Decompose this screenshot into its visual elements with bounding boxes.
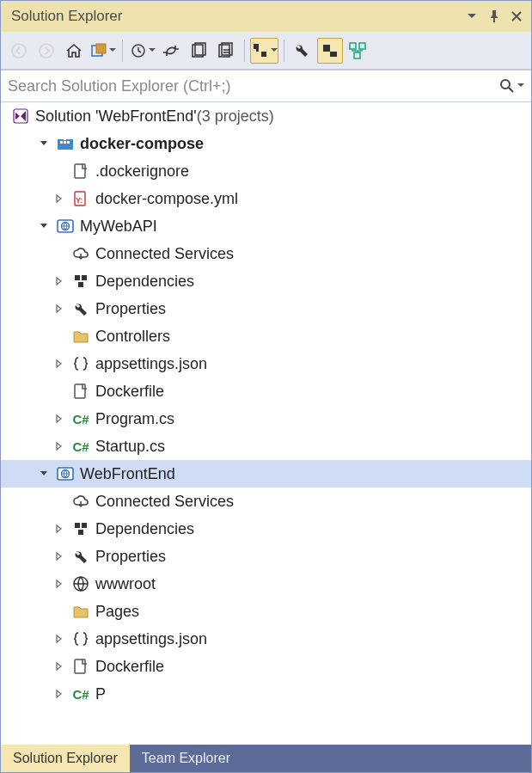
tree-node[interactable]: .dockerignore bbox=[1, 157, 531, 185]
tree-node[interactable]: docker-compose bbox=[1, 130, 531, 157]
file-icon bbox=[71, 163, 90, 180]
solution-count: (3 projects) bbox=[197, 107, 274, 126]
file-icon bbox=[71, 383, 90, 400]
search-input[interactable] bbox=[8, 77, 498, 95]
search-bar bbox=[1, 70, 531, 102]
tree-node[interactable]: Dockerfile bbox=[1, 377, 531, 405]
cloud-icon bbox=[71, 493, 90, 510]
properties-button[interactable] bbox=[290, 38, 315, 64]
tree-node[interactable]: Connected Services bbox=[1, 240, 531, 267]
tree-node[interactable]: Dependencies bbox=[1, 515, 531, 543]
tree-node[interactable]: Controllers bbox=[1, 322, 531, 350]
svg-rect-11 bbox=[261, 52, 266, 57]
panel-title: Solution Explorer bbox=[6, 8, 459, 25]
tab-solution-explorer[interactable]: Solution Explorer bbox=[1, 745, 130, 772]
nav-forward-button[interactable] bbox=[34, 38, 59, 64]
tree-node[interactable]: Properties bbox=[1, 543, 531, 570]
tree-node[interactable]: appsettings.json bbox=[1, 625, 531, 653]
expander-right[interactable] bbox=[52, 359, 66, 368]
expander-right[interactable] bbox=[52, 414, 66, 423]
collapse-all-button[interactable] bbox=[186, 38, 211, 64]
vs-icon bbox=[11, 107, 30, 125]
cs-icon: C# bbox=[71, 439, 90, 454]
web-project-icon bbox=[56, 465, 75, 482]
tree-node[interactable]: Dependencies bbox=[1, 267, 531, 295]
solution-node[interactable]: Solution 'WebFrontEnd' (3 projects) bbox=[1, 102, 531, 130]
pending-changes-filter-button[interactable] bbox=[128, 38, 156, 64]
svg-point-0 bbox=[12, 44, 26, 58]
expander-right[interactable] bbox=[52, 442, 66, 451]
tree-node-label: Dockerfile bbox=[95, 658, 164, 676]
deps-icon bbox=[71, 520, 90, 537]
tree-node[interactable]: Pages bbox=[1, 598, 531, 625]
svg-rect-12 bbox=[323, 45, 330, 52]
expander-down[interactable] bbox=[37, 469, 51, 478]
expander-right[interactable] bbox=[52, 580, 66, 588]
expander-right[interactable] bbox=[52, 662, 66, 671]
nav-back-button[interactable] bbox=[6, 38, 32, 64]
folder-icon bbox=[71, 328, 90, 345]
file-icon bbox=[71, 658, 90, 675]
wrench-icon bbox=[71, 548, 90, 565]
tree-node[interactable]: C#Startup.cs bbox=[1, 433, 531, 460]
expander-right[interactable] bbox=[52, 194, 66, 203]
cs-icon: C# bbox=[71, 412, 90, 426]
tree-node-label: Properties bbox=[95, 300, 166, 318]
tree-node[interactable]: wwwroot bbox=[1, 570, 531, 598]
web-project-icon bbox=[56, 218, 75, 235]
wrench-icon bbox=[71, 300, 90, 317]
json-icon bbox=[71, 355, 90, 372]
tree-view[interactable]: Solution 'WebFrontEnd' (3 projects)docke… bbox=[1, 102, 531, 745]
tree-node[interactable]: docker-compose.yml bbox=[1, 185, 531, 212]
track-active-button[interactable] bbox=[250, 38, 278, 64]
tab-team-explorer[interactable]: Team Explorer bbox=[130, 745, 242, 772]
tree-node-label: .dockerignore bbox=[95, 163, 189, 181]
tree-node[interactable]: C#Program.cs bbox=[1, 405, 531, 433]
expander-right[interactable] bbox=[52, 690, 66, 698]
tree-node-label: Dependencies bbox=[95, 520, 194, 538]
search-button[interactable] bbox=[498, 77, 524, 95]
tree-node[interactable]: Dockerfile bbox=[1, 653, 531, 680]
svg-point-1 bbox=[40, 44, 53, 58]
home-button[interactable] bbox=[61, 38, 87, 64]
tree-node-label: Connected Services bbox=[95, 245, 234, 263]
expander-right[interactable] bbox=[52, 277, 66, 285]
tree-node-label: Controllers bbox=[95, 328, 170, 346]
tree-node-label: P bbox=[95, 685, 106, 703]
tree-node[interactable]: Properties bbox=[1, 295, 531, 322]
cs-icon: C# bbox=[71, 687, 90, 702]
expander-right[interactable] bbox=[52, 635, 66, 643]
tree-node-label: Dependencies bbox=[95, 273, 194, 291]
tree-node[interactable]: MyWebAPI bbox=[1, 212, 531, 240]
tree-node[interactable]: C#P bbox=[1, 680, 531, 708]
globe-icon bbox=[71, 575, 90, 592]
svg-rect-10 bbox=[256, 49, 259, 52]
window-options-button[interactable] bbox=[462, 7, 481, 26]
yml-icon bbox=[71, 190, 90, 207]
close-button[interactable] bbox=[507, 7, 526, 26]
switch-views-button[interactable] bbox=[89, 38, 117, 64]
pin-button[interactable] bbox=[485, 7, 504, 26]
preview-selected-button[interactable] bbox=[317, 38, 343, 64]
expander-down[interactable] bbox=[37, 222, 51, 230]
svg-rect-16 bbox=[354, 52, 360, 58]
svg-rect-9 bbox=[254, 44, 259, 49]
tree-node[interactable]: WebFrontEnd bbox=[1, 460, 531, 488]
show-all-files-button[interactable] bbox=[213, 38, 239, 64]
tree-node-label: appsettings.json bbox=[95, 630, 207, 648]
sync-button[interactable] bbox=[158, 38, 184, 64]
solution-label: Solution 'WebFrontEnd' bbox=[35, 107, 197, 126]
expander-right[interactable] bbox=[52, 525, 66, 533]
toolbar bbox=[1, 32, 531, 70]
toolbar-separator bbox=[122, 40, 123, 62]
tree-node[interactable]: appsettings.json bbox=[1, 350, 531, 377]
view-class-diagram-button[interactable] bbox=[345, 38, 370, 64]
tree-node-label: docker-compose.yml bbox=[95, 190, 238, 208]
tree-node-label: MyWebAPI bbox=[80, 218, 157, 236]
expander-right[interactable] bbox=[52, 552, 66, 561]
expander-down[interactable] bbox=[37, 139, 51, 148]
expander-right[interactable] bbox=[52, 304, 66, 313]
tree-node-label: Startup.cs bbox=[95, 438, 165, 456]
tree-node[interactable]: Connected Services bbox=[1, 488, 531, 515]
toolbar-separator bbox=[244, 40, 245, 62]
